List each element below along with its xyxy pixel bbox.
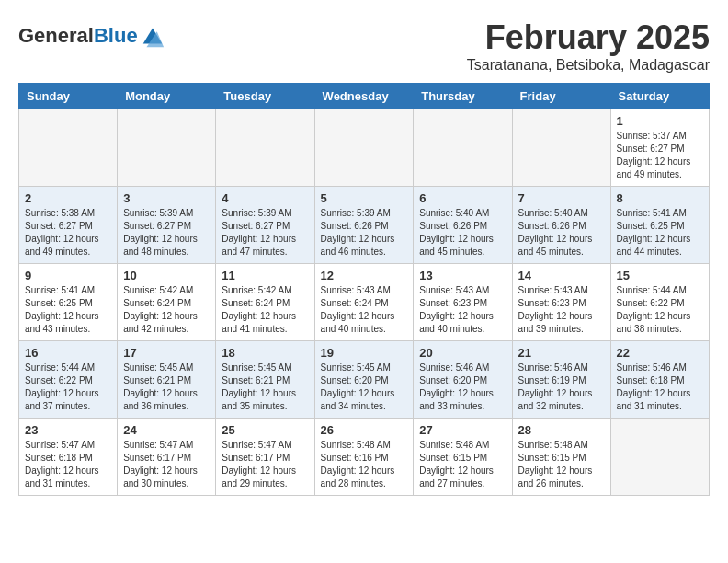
day-info: Sunrise: 5:43 AM Sunset: 6:23 PM Dayligh… xyxy=(518,284,605,336)
calendar-day-cell: 7Sunrise: 5:40 AM Sunset: 6:26 PM Daylig… xyxy=(512,187,610,264)
location-title: Tsaratanana, Betsiboka, Madagascar xyxy=(467,57,710,74)
weekday-header: Monday xyxy=(118,84,216,109)
calendar-header-row: SundayMondayTuesdayWednesdayThursdayFrid… xyxy=(19,84,710,109)
day-number: 26 xyxy=(321,423,408,437)
page-header: GeneralBlue February 2025 Tsaratanana, B… xyxy=(18,18,710,74)
day-info: Sunrise: 5:46 AM Sunset: 6:20 PM Dayligh… xyxy=(419,362,506,413)
day-info: Sunrise: 5:40 AM Sunset: 6:26 PM Dayligh… xyxy=(518,207,605,259)
calendar-day-cell: 1Sunrise: 5:37 AM Sunset: 6:27 PM Daylig… xyxy=(610,109,709,187)
weekday-header: Wednesday xyxy=(314,84,414,109)
day-number: 14 xyxy=(518,269,605,282)
day-info: Sunrise: 5:48 AM Sunset: 6:15 PM Dayligh… xyxy=(518,439,605,490)
calendar-day-cell: 24Sunrise: 5:47 AM Sunset: 6:17 PM Dayli… xyxy=(118,419,216,496)
day-number: 24 xyxy=(123,423,210,437)
calendar-day-cell xyxy=(414,109,512,187)
calendar-day-cell: 12Sunrise: 5:43 AM Sunset: 6:24 PM Dayli… xyxy=(314,264,414,341)
logo-blue-text: Blue xyxy=(94,24,138,47)
day-number: 22 xyxy=(617,346,703,360)
day-info: Sunrise: 5:46 AM Sunset: 6:18 PM Dayligh… xyxy=(617,362,703,413)
calendar-day-cell: 2Sunrise: 5:38 AM Sunset: 6:27 PM Daylig… xyxy=(19,187,118,264)
day-number: 25 xyxy=(222,423,308,437)
day-number: 12 xyxy=(321,269,408,282)
day-info: Sunrise: 5:41 AM Sunset: 6:25 PM Dayligh… xyxy=(25,284,111,336)
calendar-day-cell: 8Sunrise: 5:41 AM Sunset: 6:25 PM Daylig… xyxy=(610,187,709,264)
calendar-day-cell: 13Sunrise: 5:43 AM Sunset: 6:23 PM Dayli… xyxy=(414,264,512,341)
calendar-week-row: 1Sunrise: 5:37 AM Sunset: 6:27 PM Daylig… xyxy=(19,109,710,187)
calendar-day-cell: 3Sunrise: 5:39 AM Sunset: 6:27 PM Daylig… xyxy=(118,187,216,264)
calendar-day-cell: 10Sunrise: 5:42 AM Sunset: 6:24 PM Dayli… xyxy=(118,264,216,341)
weekday-header: Sunday xyxy=(19,84,118,109)
calendar-day-cell: 19Sunrise: 5:45 AM Sunset: 6:20 PM Dayli… xyxy=(314,341,414,419)
logo-icon xyxy=(140,23,165,49)
day-number: 3 xyxy=(123,191,210,205)
day-info: Sunrise: 5:45 AM Sunset: 6:20 PM Dayligh… xyxy=(321,362,408,413)
calendar-day-cell: 25Sunrise: 5:47 AM Sunset: 6:17 PM Dayli… xyxy=(216,419,314,496)
calendar-day-cell xyxy=(118,109,216,187)
day-number: 1 xyxy=(617,114,703,128)
day-number: 21 xyxy=(518,346,605,360)
calendar-day-cell: 26Sunrise: 5:48 AM Sunset: 6:16 PM Dayli… xyxy=(314,419,414,496)
day-info: Sunrise: 5:41 AM Sunset: 6:25 PM Dayligh… xyxy=(617,207,703,259)
day-info: Sunrise: 5:47 AM Sunset: 6:18 PM Dayligh… xyxy=(25,439,111,490)
day-info: Sunrise: 5:48 AM Sunset: 6:15 PM Dayligh… xyxy=(419,439,506,490)
day-info: Sunrise: 5:44 AM Sunset: 6:22 PM Dayligh… xyxy=(617,284,703,336)
day-number: 19 xyxy=(321,346,408,360)
day-info: Sunrise: 5:45 AM Sunset: 6:21 PM Dayligh… xyxy=(123,362,210,413)
day-info: Sunrise: 5:46 AM Sunset: 6:19 PM Dayligh… xyxy=(518,362,605,413)
calendar-week-row: 23Sunrise: 5:47 AM Sunset: 6:18 PM Dayli… xyxy=(19,419,710,496)
calendar-day-cell xyxy=(512,109,610,187)
calendar-day-cell: 9Sunrise: 5:41 AM Sunset: 6:25 PM Daylig… xyxy=(19,264,118,341)
day-number: 11 xyxy=(222,269,308,282)
calendar-day-cell: 23Sunrise: 5:47 AM Sunset: 6:18 PM Dayli… xyxy=(19,419,118,496)
day-number: 7 xyxy=(518,191,605,205)
weekday-header: Tuesday xyxy=(216,84,314,109)
day-number: 2 xyxy=(25,191,111,205)
calendar-day-cell: 4Sunrise: 5:39 AM Sunset: 6:27 PM Daylig… xyxy=(216,187,314,264)
calendar-week-row: 2Sunrise: 5:38 AM Sunset: 6:27 PM Daylig… xyxy=(19,187,710,264)
calendar-day-cell: 22Sunrise: 5:46 AM Sunset: 6:18 PM Dayli… xyxy=(610,341,709,419)
calendar-day-cell xyxy=(610,419,709,496)
day-number: 15 xyxy=(617,269,703,282)
day-number: 18 xyxy=(222,346,308,360)
title-block: February 2025 Tsaratanana, Betsiboka, Ma… xyxy=(467,18,710,74)
day-info: Sunrise: 5:47 AM Sunset: 6:17 PM Dayligh… xyxy=(222,439,308,490)
month-title: February 2025 xyxy=(467,18,710,57)
day-number: 4 xyxy=(222,191,308,205)
logo: GeneralBlue xyxy=(18,23,165,49)
calendar-week-row: 9Sunrise: 5:41 AM Sunset: 6:25 PM Daylig… xyxy=(19,264,710,341)
calendar-day-cell: 14Sunrise: 5:43 AM Sunset: 6:23 PM Dayli… xyxy=(512,264,610,341)
day-number: 13 xyxy=(419,269,506,282)
day-number: 28 xyxy=(518,423,605,437)
calendar-day-cell: 5Sunrise: 5:39 AM Sunset: 6:26 PM Daylig… xyxy=(314,187,414,264)
day-number: 16 xyxy=(25,346,111,360)
day-number: 27 xyxy=(419,423,506,437)
day-info: Sunrise: 5:38 AM Sunset: 6:27 PM Dayligh… xyxy=(25,207,111,259)
weekday-header: Friday xyxy=(512,84,610,109)
day-number: 20 xyxy=(419,346,506,360)
day-info: Sunrise: 5:45 AM Sunset: 6:21 PM Dayligh… xyxy=(222,362,308,413)
day-info: Sunrise: 5:43 AM Sunset: 6:23 PM Dayligh… xyxy=(419,284,506,336)
calendar-day-cell xyxy=(19,109,118,187)
day-info: Sunrise: 5:44 AM Sunset: 6:22 PM Dayligh… xyxy=(25,362,111,413)
calendar-day-cell: 15Sunrise: 5:44 AM Sunset: 6:22 PM Dayli… xyxy=(610,264,709,341)
day-info: Sunrise: 5:43 AM Sunset: 6:24 PM Dayligh… xyxy=(321,284,408,336)
calendar-day-cell: 16Sunrise: 5:44 AM Sunset: 6:22 PM Dayli… xyxy=(19,341,118,419)
calendar-day-cell: 17Sunrise: 5:45 AM Sunset: 6:21 PM Dayli… xyxy=(118,341,216,419)
day-info: Sunrise: 5:40 AM Sunset: 6:26 PM Dayligh… xyxy=(419,207,506,259)
day-info: Sunrise: 5:37 AM Sunset: 6:27 PM Dayligh… xyxy=(617,130,703,181)
day-number: 10 xyxy=(123,269,210,282)
day-number: 5 xyxy=(321,191,408,205)
day-info: Sunrise: 5:42 AM Sunset: 6:24 PM Dayligh… xyxy=(222,284,308,336)
day-number: 23 xyxy=(25,423,111,437)
calendar-day-cell xyxy=(314,109,414,187)
day-number: 9 xyxy=(25,269,111,282)
day-info: Sunrise: 5:47 AM Sunset: 6:17 PM Dayligh… xyxy=(123,439,210,490)
calendar-day-cell: 27Sunrise: 5:48 AM Sunset: 6:15 PM Dayli… xyxy=(414,419,512,496)
calendar-day-cell: 18Sunrise: 5:45 AM Sunset: 6:21 PM Dayli… xyxy=(216,341,314,419)
day-info: Sunrise: 5:39 AM Sunset: 6:26 PM Dayligh… xyxy=(321,207,408,259)
calendar-day-cell: 20Sunrise: 5:46 AM Sunset: 6:20 PM Dayli… xyxy=(414,341,512,419)
day-info: Sunrise: 5:39 AM Sunset: 6:27 PM Dayligh… xyxy=(123,207,210,259)
day-number: 6 xyxy=(419,191,506,205)
calendar-table: SundayMondayTuesdayWednesdayThursdayFrid… xyxy=(18,83,710,496)
calendar-day-cell xyxy=(216,109,314,187)
